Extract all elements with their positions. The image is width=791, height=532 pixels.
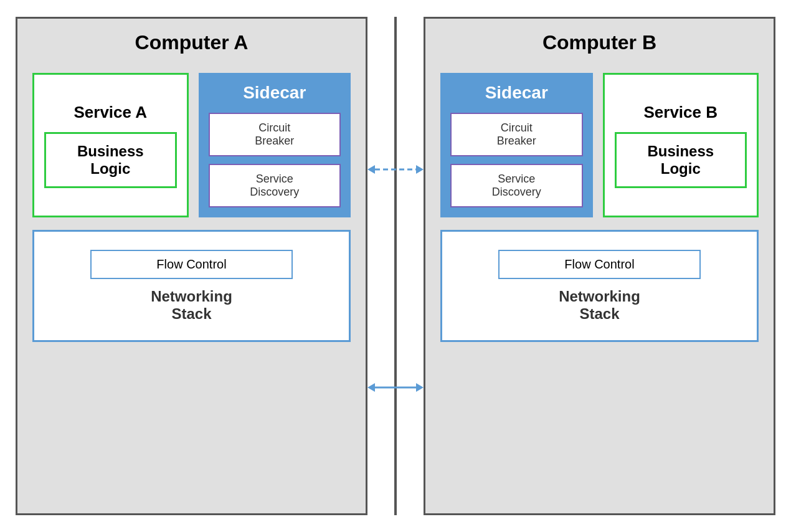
sidecar-a-service-discovery: ServiceDiscovery	[209, 164, 341, 207]
service-a-title: Service A	[73, 103, 147, 122]
networking-a-flow-control: Flow Control	[90, 250, 293, 279]
svg-marker-3	[367, 383, 375, 392]
middle-section	[367, 17, 424, 515]
svg-marker-5	[416, 383, 424, 392]
service-b-box: Service B BusinessLogic	[603, 73, 759, 217]
service-b-title: Service B	[643, 103, 718, 122]
sidecar-b-box: Sidecar CircuitBreaker ServiceDiscovery	[440, 73, 593, 217]
sidecar-a-circuit-breaker: CircuitBreaker	[209, 113, 341, 156]
dashed-arrow-svg	[367, 160, 424, 179]
service-b-business-logic: BusinessLogic	[615, 132, 747, 188]
networking-b-title: NetworkingStack	[559, 288, 640, 323]
computer-a-title: Computer A	[32, 31, 351, 54]
sidecar-b-service-discovery: ServiceDiscovery	[450, 164, 583, 207]
diagram-container: Computer A Service A BusinessLogic Sidec…	[16, 17, 775, 515]
dashed-arrow-area	[367, 160, 424, 179]
computer-a: Computer A Service A BusinessLogic Sidec…	[16, 17, 367, 515]
networking-a-title: NetworkingStack	[151, 288, 232, 323]
computer-b: Computer B Sidecar CircuitBreaker Servic…	[424, 17, 775, 515]
solid-arrow-area	[367, 378, 424, 397]
networking-b-flow-control: Flow Control	[498, 250, 701, 279]
networking-a-box: Flow Control NetworkingStack	[32, 230, 351, 342]
computer-a-top-row: Service A BusinessLogic Sidecar CircuitB…	[32, 73, 351, 217]
service-a-business-logic: BusinessLogic	[44, 132, 177, 188]
sidecar-a-box: Sidecar CircuitBreaker ServiceDiscovery	[199, 73, 351, 217]
vertical-divider	[394, 17, 397, 515]
svg-marker-2	[416, 165, 424, 174]
networking-b-box: Flow Control NetworkingStack	[440, 230, 759, 342]
sidecar-a-title: Sidecar	[243, 83, 306, 103]
solid-arrow-svg	[367, 378, 424, 397]
computer-b-title: Computer B	[440, 31, 759, 54]
svg-marker-0	[367, 165, 375, 174]
sidecar-b-circuit-breaker: CircuitBreaker	[450, 113, 583, 156]
computers-wrapper: Computer A Service A BusinessLogic Sidec…	[16, 17, 775, 515]
computer-b-top-row: Sidecar CircuitBreaker ServiceDiscovery …	[440, 73, 759, 217]
sidecar-b-title: Sidecar	[485, 83, 548, 103]
service-a-box: Service A BusinessLogic	[32, 73, 189, 217]
